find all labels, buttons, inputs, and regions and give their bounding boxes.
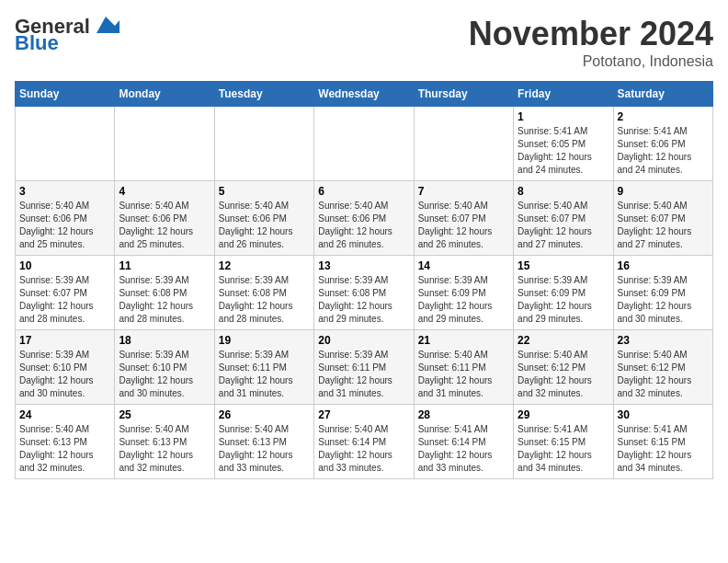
day-info: Sunrise: 5:40 AM Sunset: 6:14 PM Dayligh… <box>318 423 409 475</box>
calendar-cell: 18Sunrise: 5:39 AM Sunset: 6:10 PM Dayli… <box>115 330 214 405</box>
day-number: 18 <box>119 334 210 347</box>
day-number: 30 <box>618 408 709 421</box>
day-info: Sunrise: 5:39 AM Sunset: 6:08 PM Dayligh… <box>219 274 310 326</box>
day-number: 14 <box>418 259 509 272</box>
calendar-cell: 3Sunrise: 5:40 AM Sunset: 6:06 PM Daylig… <box>16 181 115 256</box>
day-info: Sunrise: 5:40 AM Sunset: 6:06 PM Dayligh… <box>219 200 310 251</box>
calendar-header-monday: Monday <box>115 82 214 107</box>
calendar-table: SundayMondayTuesdayWednesdayThursdayFrid… <box>15 81 713 479</box>
day-number: 5 <box>219 185 310 198</box>
day-number: 15 <box>518 259 609 272</box>
calendar-cell: 11Sunrise: 5:39 AM Sunset: 6:08 PM Dayli… <box>115 256 214 330</box>
day-info: Sunrise: 5:40 AM Sunset: 6:07 PM Dayligh… <box>418 200 509 251</box>
day-info: Sunrise: 5:40 AM Sunset: 6:07 PM Dayligh… <box>618 200 709 251</box>
day-number: 21 <box>418 334 509 347</box>
svg-marker-0 <box>97 17 119 33</box>
day-number: 6 <box>318 185 409 198</box>
calendar-header-wednesday: Wednesday <box>314 82 414 107</box>
calendar-header-friday: Friday <box>514 82 613 107</box>
calendar-cell <box>414 107 513 181</box>
day-number: 25 <box>119 408 210 421</box>
day-info: Sunrise: 5:41 AM Sunset: 6:14 PM Dayligh… <box>418 423 509 475</box>
calendar-cell: 23Sunrise: 5:40 AM Sunset: 6:12 PM Dayli… <box>613 330 712 405</box>
day-info: Sunrise: 5:39 AM Sunset: 6:11 PM Dayligh… <box>318 349 409 400</box>
day-info: Sunrise: 5:40 AM Sunset: 6:06 PM Dayligh… <box>19 200 110 251</box>
calendar-cell: 12Sunrise: 5:39 AM Sunset: 6:08 PM Dayli… <box>214 256 313 330</box>
day-number: 2 <box>618 110 709 123</box>
month-title: November 2024 <box>469 15 713 53</box>
day-number: 22 <box>518 334 609 347</box>
day-info: Sunrise: 5:40 AM Sunset: 6:07 PM Dayligh… <box>518 200 609 251</box>
day-number: 17 <box>19 334 110 347</box>
day-number: 19 <box>219 334 310 347</box>
day-number: 24 <box>19 408 110 421</box>
title-section: November 2024 Pototano, Indonesia <box>469 15 713 70</box>
day-info: Sunrise: 5:41 AM Sunset: 6:06 PM Dayligh… <box>618 125 709 177</box>
logo-blue: Blue <box>15 31 59 55</box>
calendar-cell <box>115 107 214 181</box>
calendar-cell: 14Sunrise: 5:39 AM Sunset: 6:09 PM Dayli… <box>414 256 513 330</box>
calendar-cell: 21Sunrise: 5:40 AM Sunset: 6:11 PM Dayli… <box>414 330 513 405</box>
calendar-cell <box>16 107 115 181</box>
day-info: Sunrise: 5:40 AM Sunset: 6:12 PM Dayligh… <box>518 349 609 400</box>
calendar-cell: 10Sunrise: 5:39 AM Sunset: 6:07 PM Dayli… <box>16 256 115 330</box>
calendar-cell: 20Sunrise: 5:39 AM Sunset: 6:11 PM Dayli… <box>314 330 414 405</box>
day-info: Sunrise: 5:40 AM Sunset: 6:12 PM Dayligh… <box>618 349 709 400</box>
day-info: Sunrise: 5:40 AM Sunset: 6:13 PM Dayligh… <box>119 423 210 475</box>
calendar-cell: 25Sunrise: 5:40 AM Sunset: 6:13 PM Dayli… <box>115 405 214 479</box>
calendar-cell: 24Sunrise: 5:40 AM Sunset: 6:13 PM Dayli… <box>16 405 115 479</box>
day-number: 4 <box>119 185 210 198</box>
day-number: 8 <box>518 185 609 198</box>
calendar-cell: 5Sunrise: 5:40 AM Sunset: 6:06 PM Daylig… <box>214 181 313 256</box>
calendar-cell: 28Sunrise: 5:41 AM Sunset: 6:14 PM Dayli… <box>414 405 513 479</box>
day-number: 16 <box>618 259 709 272</box>
calendar-cell: 19Sunrise: 5:39 AM Sunset: 6:11 PM Dayli… <box>214 330 313 405</box>
calendar-week-row: 10Sunrise: 5:39 AM Sunset: 6:07 PM Dayli… <box>16 256 713 330</box>
calendar-cell: 30Sunrise: 5:41 AM Sunset: 6:15 PM Dayli… <box>613 405 712 479</box>
calendar-header-tuesday: Tuesday <box>214 82 313 107</box>
day-info: Sunrise: 5:40 AM Sunset: 6:13 PM Dayligh… <box>19 423 110 475</box>
day-info: Sunrise: 5:39 AM Sunset: 6:09 PM Dayligh… <box>518 274 609 326</box>
day-number: 28 <box>418 408 509 421</box>
calendar-week-row: 3Sunrise: 5:40 AM Sunset: 6:06 PM Daylig… <box>16 181 713 256</box>
calendar-cell: 15Sunrise: 5:39 AM Sunset: 6:09 PM Dayli… <box>514 256 613 330</box>
day-info: Sunrise: 5:39 AM Sunset: 6:11 PM Dayligh… <box>219 349 310 400</box>
calendar-cell: 26Sunrise: 5:40 AM Sunset: 6:13 PM Dayli… <box>214 405 313 479</box>
calendar-header-saturday: Saturday <box>613 82 712 107</box>
calendar-header-row: SundayMondayTuesdayWednesdayThursdayFrid… <box>16 82 713 107</box>
calendar-header-thursday: Thursday <box>414 82 513 107</box>
calendar-cell: 1Sunrise: 5:41 AM Sunset: 6:05 PM Daylig… <box>514 107 613 181</box>
calendar-cell: 13Sunrise: 5:39 AM Sunset: 6:08 PM Dayli… <box>314 256 414 330</box>
logo-icon <box>92 15 119 35</box>
calendar-cell: 9Sunrise: 5:40 AM Sunset: 6:07 PM Daylig… <box>613 181 712 256</box>
day-number: 13 <box>318 259 409 272</box>
day-number: 1 <box>518 110 609 123</box>
day-info: Sunrise: 5:40 AM Sunset: 6:06 PM Dayligh… <box>318 200 409 251</box>
calendar-week-row: 17Sunrise: 5:39 AM Sunset: 6:10 PM Dayli… <box>16 330 713 405</box>
calendar-cell: 22Sunrise: 5:40 AM Sunset: 6:12 PM Dayli… <box>514 330 613 405</box>
day-info: Sunrise: 5:39 AM Sunset: 6:07 PM Dayligh… <box>19 274 110 326</box>
calendar-cell: 17Sunrise: 5:39 AM Sunset: 6:10 PM Dayli… <box>16 330 115 405</box>
day-info: Sunrise: 5:39 AM Sunset: 6:09 PM Dayligh… <box>418 274 509 326</box>
day-info: Sunrise: 5:39 AM Sunset: 6:09 PM Dayligh… <box>618 274 709 326</box>
day-info: Sunrise: 5:39 AM Sunset: 6:10 PM Dayligh… <box>19 349 110 400</box>
calendar-cell: 16Sunrise: 5:39 AM Sunset: 6:09 PM Dayli… <box>613 256 712 330</box>
day-number: 11 <box>119 259 210 272</box>
calendar-cell <box>314 107 414 181</box>
calendar-cell: 7Sunrise: 5:40 AM Sunset: 6:07 PM Daylig… <box>414 181 513 256</box>
location: Pototano, Indonesia <box>469 53 713 70</box>
calendar-cell <box>214 107 313 181</box>
calendar-cell: 8Sunrise: 5:40 AM Sunset: 6:07 PM Daylig… <box>514 181 613 256</box>
day-info: Sunrise: 5:39 AM Sunset: 6:10 PM Dayligh… <box>119 349 210 400</box>
header: General Blue November 2024 Pototano, Ind… <box>15 15 713 70</box>
day-number: 27 <box>318 408 409 421</box>
calendar-week-row: 24Sunrise: 5:40 AM Sunset: 6:13 PM Dayli… <box>16 405 713 479</box>
day-number: 12 <box>219 259 310 272</box>
calendar-cell: 29Sunrise: 5:41 AM Sunset: 6:15 PM Dayli… <box>514 405 613 479</box>
day-info: Sunrise: 5:41 AM Sunset: 6:05 PM Dayligh… <box>518 125 609 177</box>
calendar-header-sunday: Sunday <box>16 82 115 107</box>
day-number: 23 <box>618 334 709 347</box>
day-number: 3 <box>19 185 110 198</box>
day-number: 10 <box>19 259 110 272</box>
calendar-cell: 4Sunrise: 5:40 AM Sunset: 6:06 PM Daylig… <box>115 181 214 256</box>
